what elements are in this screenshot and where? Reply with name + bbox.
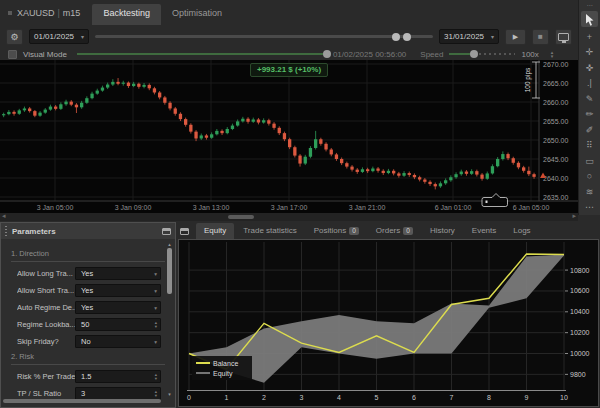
replay-progress-handle[interactable] xyxy=(323,50,331,58)
pencil-icon[interactable]: ✎ xyxy=(581,91,598,106)
tab-logs[interactable]: Logs xyxy=(505,223,538,239)
dock-window-icon[interactable] xyxy=(162,228,171,235)
tab-orders[interactable]: Orders0 xyxy=(368,223,421,239)
start-date-select[interactable]: 01/01/2025 ▾ xyxy=(29,29,89,44)
stepper-risk-per-trade[interactable]: 1.5▴▾ xyxy=(75,370,161,383)
speed-slider[interactable] xyxy=(449,53,515,55)
tab-label: Logs xyxy=(513,226,530,235)
speed-label: Speed xyxy=(420,50,443,59)
corner-cross-icon[interactable]: ✜ xyxy=(581,60,598,75)
svg-text:8: 8 xyxy=(487,394,491,401)
dots-grid-icon[interactable]: ⠿ xyxy=(581,138,598,153)
stepper-arrows-icon[interactable]: ▴▾ xyxy=(155,390,157,397)
chevron-down-icon: ▾ xyxy=(154,271,157,277)
parameters-bottom-scrollbar[interactable] xyxy=(3,399,161,403)
parameters-header[interactable]: Parameters xyxy=(1,223,175,239)
cross-dot-icon[interactable]: ✛ xyxy=(581,45,598,60)
main-column: XAUUSD | m15 BacktestingOptimisation ⚙ 0… xyxy=(0,0,578,221)
start-date-value: 01/01/2025 xyxy=(34,32,74,41)
stepper-arrows-icon[interactable]: ▴▾ xyxy=(155,373,157,380)
parameters-scrollbar-thumb[interactable] xyxy=(167,248,172,294)
scroll-right-icon[interactable]: ▸ xyxy=(572,212,576,220)
param-value: No xyxy=(81,337,91,346)
range-handle-left[interactable] xyxy=(392,33,400,41)
param-value: 50 xyxy=(81,320,89,329)
svg-text:2645.00: 2645.00 xyxy=(543,156,568,163)
expand-panel-icon[interactable] xyxy=(180,228,189,235)
stop-button[interactable]: ■ xyxy=(532,29,549,45)
param-label-tp-sl-ratio: TP / SL Ratio xyxy=(17,389,75,398)
tab-positions[interactable]: Positions0 xyxy=(306,223,367,239)
select-allow-short-tra[interactable]: Yes▾ xyxy=(75,284,161,297)
tab-label: Orders xyxy=(376,226,400,235)
speed-stepper[interactable]: ▴ ▾ xyxy=(551,50,554,58)
chart-scrollbar-thumb[interactable] xyxy=(228,215,254,219)
param-value: Yes xyxy=(81,269,93,278)
param-label-skip-friday: Skip Friday? xyxy=(17,337,75,346)
svg-text:3 Jan 17:00: 3 Jan 17:00 xyxy=(271,204,308,211)
range-handle-right[interactable] xyxy=(403,33,411,41)
svg-text:10400: 10400 xyxy=(570,308,590,315)
gear-icon: ⚙ xyxy=(10,32,18,42)
drag-grip-icon[interactable] xyxy=(5,226,7,237)
stop-icon: ■ xyxy=(538,32,543,41)
rectangle-icon[interactable]: ▭ xyxy=(581,153,598,168)
toolbar-handle-icon[interactable]: ⋯ xyxy=(587,2,593,8)
chevron-down-icon: ▾ xyxy=(154,305,157,311)
channels-icon[interactable]: ≋ xyxy=(581,184,598,199)
param-label-auto-regime-de: Auto Regime De... xyxy=(17,303,75,312)
cursor-icon[interactable] xyxy=(581,11,598,27)
tab-optimisation[interactable]: Optimisation xyxy=(161,4,233,25)
timeframe-label: m15 xyxy=(63,8,81,18)
play-button[interactable]: ▶ xyxy=(505,29,526,45)
svg-text:2660.00: 2660.00 xyxy=(543,99,568,106)
end-date-select[interactable]: 31/01/2025 ▾ xyxy=(439,29,499,44)
scroll-up-icon[interactable]: ▴ xyxy=(165,241,174,247)
tab-equity[interactable]: Equity xyxy=(196,223,234,239)
parameters-scrollbar[interactable]: ▴ ▾ xyxy=(165,241,174,397)
stepper-regime-lookba[interactable]: 50▴▾ xyxy=(75,318,161,331)
settings-button[interactable]: ⚙ xyxy=(6,29,23,45)
tab-backtesting[interactable]: Backtesting xyxy=(92,4,161,25)
ellipse-icon[interactable]: ○ xyxy=(581,169,598,184)
scroll-down-icon[interactable]: ▾ xyxy=(165,391,174,397)
price-chart[interactable]: 3 Jan 05:003 Jan 09:003 Jan 13:003 Jan 1… xyxy=(0,60,578,213)
scroll-left-icon[interactable]: ◂ xyxy=(2,212,6,220)
more-icon[interactable]: ⋯ xyxy=(581,200,598,215)
backtesting-app: XAUUSD | m15 BacktestingOptimisation ⚙ 0… xyxy=(0,0,600,408)
date-range-slider[interactable] xyxy=(95,35,433,38)
vertical-line-icon[interactable]: .| xyxy=(581,76,598,91)
tab-trade-statistics[interactable]: Trade statistics xyxy=(235,223,305,239)
end-date-value: 31/01/2025 xyxy=(444,32,484,41)
chart-scrollbar[interactable]: ◂ ▸ xyxy=(0,213,578,221)
svg-text:9800: 9800 xyxy=(570,371,586,378)
stepper-arrows-icon[interactable]: ▴▾ xyxy=(155,321,157,328)
marker-icon[interactable]: ✐ xyxy=(581,122,598,137)
chevron-down-icon: ▾ xyxy=(81,33,84,40)
tab-history[interactable]: History xyxy=(422,223,463,239)
backtest-controls-bar: ⚙ 01/01/2025 ▾ 31/01/2025 ▾ ▶ ■ xyxy=(0,25,578,48)
svg-text:4: 4 xyxy=(337,394,341,401)
svg-text:100 pips: 100 pips xyxy=(524,67,532,92)
visual-mode-checkbox[interactable] xyxy=(8,50,17,59)
svg-text:Equity: Equity xyxy=(213,370,233,378)
select-allow-long-tra[interactable]: Yes▾ xyxy=(75,267,161,280)
select-auto-regime-de[interactable]: Yes▾ xyxy=(75,301,161,314)
svg-text:6: 6 xyxy=(412,394,416,401)
pencils-icon[interactable]: ✏ xyxy=(581,107,598,122)
equity-chart[interactable]: 0123456789109800100001020010400106001080… xyxy=(178,239,599,407)
crosshair-icon[interactable]: + xyxy=(581,29,598,44)
chevron-down-icon: ▾ xyxy=(154,339,157,345)
parameters-body: ▴ ▾ 1. DirectionAllow Long Tra...Yes▾All… xyxy=(1,239,175,405)
section-1-direction: 1. Direction xyxy=(11,249,165,262)
speed-slider-handle[interactable] xyxy=(470,50,478,58)
svg-text:2: 2 xyxy=(262,394,266,401)
replay-progress-slider[interactable] xyxy=(77,53,327,55)
param-label-allow-short-tra: Allow Short Tra... xyxy=(17,286,75,295)
select-skip-friday[interactable]: No▾ xyxy=(75,335,161,348)
visual-mode-label: Visual Mode xyxy=(23,50,67,59)
svg-text:Balance: Balance xyxy=(213,360,238,367)
visual-window-button[interactable] xyxy=(555,29,572,45)
param-row: Regime Lookba...50▴▾ xyxy=(17,318,161,331)
tab-events[interactable]: Events xyxy=(464,223,504,239)
